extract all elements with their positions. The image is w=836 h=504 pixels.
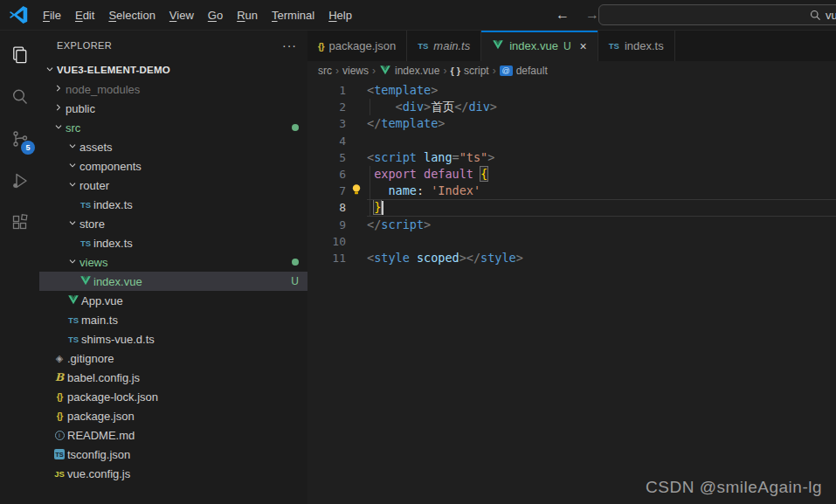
scm-badge: 5 (21, 141, 35, 155)
line-content: <script lang="ts"> (367, 149, 494, 166)
braces-icon: { } (450, 66, 460, 76)
vscode-logo-icon (8, 4, 29, 25)
line-number: 10 (307, 233, 346, 250)
menu-run[interactable]: Run (230, 5, 265, 25)
command-center-search[interactable]: vue (598, 4, 836, 25)
menu-edit[interactable]: Edit (68, 5, 101, 25)
code-editor[interactable]: 1<template>2 <div>首页</div>3</template>45… (307, 80, 836, 504)
tree-folder-assets[interactable]: assets (39, 137, 307, 156)
breadcrumb: src›views›index.vue›{ }script›@default (307, 61, 836, 80)
tree-file-package.json[interactable]: {}package.json (39, 406, 307, 425)
info-icon: i (55, 431, 65, 440)
gutter-decoration (346, 250, 367, 266)
source-control-icon[interactable]: 5 (0, 118, 39, 160)
json-icon: {} (57, 391, 63, 402)
tab-index.ts[interactable]: TSindex.ts (598, 31, 675, 61)
tree-file-readme.md[interactable]: iREADME.md (39, 425, 307, 445)
line-number: 11 (307, 250, 346, 266)
menu-go[interactable]: Go (201, 5, 230, 25)
code-line-10[interactable]: 10 (307, 233, 836, 250)
tree-folder-store[interactable]: store (39, 214, 307, 233)
breadcrumb-item-index.vue[interactable]: index.vue (379, 64, 439, 79)
line-content: <template> (367, 82, 438, 99)
breadcrumb-item-views[interactable]: views (342, 65, 369, 77)
menu-file[interactable]: File (36, 5, 68, 25)
code-line-5[interactable]: 5<script lang="ts"> (307, 149, 836, 166)
tree-folder-src[interactable]: src (39, 118, 307, 137)
menu-terminal[interactable]: Terminal (265, 5, 321, 25)
lightbulb-icon[interactable] (351, 183, 362, 199)
code-line-6[interactable]: 6 export default { (307, 166, 836, 183)
more-actions-icon[interactable]: ··· (282, 38, 297, 52)
tree-folder-router[interactable]: router (39, 176, 307, 195)
tree-file-package-lock.json[interactable]: {}package-lock.json (39, 387, 307, 406)
search-icon[interactable] (0, 76, 39, 118)
root-folder-label: VUE3-ELEMENT-DEMO (57, 65, 170, 75)
code-line-9[interactable]: 9</script> (307, 217, 836, 233)
back-arrow-icon[interactable]: ← (556, 7, 570, 23)
tree-file-app.vue[interactable]: App.vue (39, 291, 307, 310)
breadcrumb-label: src (318, 65, 332, 77)
run-debug-icon[interactable] (0, 160, 39, 202)
tree-folder-public[interactable]: public (39, 99, 307, 118)
code-line-3[interactable]: 3</template> (307, 115, 836, 132)
sidebar-title: EXPLORER (57, 40, 112, 51)
line-number: 2 (307, 99, 346, 115)
tree-root-folder[interactable]: VUE3-ELEMENT-DEMO (39, 60, 307, 79)
tree-file-index.ts[interactable]: TSindex.ts (39, 195, 307, 214)
code-line-11[interactable]: 11<style scoped></style> (307, 250, 836, 266)
code-line-1[interactable]: 1<template> (307, 82, 836, 99)
item-label: index.ts (93, 198, 133, 211)
tree-file-babel.config.js[interactable]: Bbabel.config.js (39, 368, 307, 387)
sidebar-header: EXPLORER ··· (39, 31, 307, 60)
search-text: vue (826, 9, 836, 22)
chevron-right-icon (52, 101, 65, 116)
tree-file-shims-vue.d.ts[interactable]: TSshims-vue.d.ts (39, 329, 307, 349)
code-line-7[interactable]: 7 name: 'Index' (307, 183, 836, 199)
explorer-icon[interactable] (0, 34, 39, 76)
tab-index.vue[interactable]: index.vueU× (481, 31, 598, 61)
line-number: 5 (307, 149, 346, 166)
breadcrumb-label: script (464, 65, 489, 77)
chevron-down-icon (66, 140, 79, 155)
tab-package.json[interactable]: {}package.json (307, 31, 407, 61)
code-line-8[interactable]: 8 } (307, 199, 836, 216)
vue-icon (379, 64, 391, 79)
tree-folder-node-modules[interactable]: node_modules (39, 79, 307, 99)
explorer-sidebar: EXPLORER ··· VUE3-ELEMENT-DEMOnode_modul… (39, 31, 307, 504)
line-number: 9 (307, 217, 346, 233)
tree-file-index.ts[interactable]: TSindex.ts (39, 233, 307, 252)
gutter-decoration (346, 217, 367, 233)
tab-bar: {}package.jsonTSmain.tsindex.vueU×TSinde… (307, 31, 836, 61)
breadcrumb-item-default[interactable]: @default (500, 65, 548, 77)
breadcrumb-item-script[interactable]: { }script (450, 65, 488, 77)
item-label: package.json (67, 410, 135, 423)
breadcrumb-label: default (516, 65, 548, 77)
vscode-window: FileEditSelectionViewGoRunTerminalHelp ←… (0, 0, 836, 504)
tree-file-main.ts[interactable]: TSmain.ts (39, 310, 307, 329)
gutter-decoration (346, 199, 367, 216)
item-label: App.vue (81, 294, 123, 307)
extensions-icon[interactable] (0, 202, 39, 244)
menu-view[interactable]: View (162, 5, 201, 25)
menu-selection[interactable]: Selection (101, 5, 162, 25)
tree-file-tsconfig.json[interactable]: TStsconfig.json (39, 445, 307, 464)
close-icon[interactable]: × (580, 39, 587, 53)
typescript-icon: TS (609, 41, 619, 51)
forward-arrow-icon[interactable]: → (585, 7, 599, 23)
babel-icon: B (55, 371, 64, 383)
tree-folder-components[interactable]: components (39, 156, 307, 176)
breadcrumb-item-src[interactable]: src (318, 65, 332, 77)
tree-file-.gitignore[interactable]: ◈.gitignore (39, 349, 307, 368)
item-label: src (66, 121, 80, 135)
line-number: 7 (307, 183, 346, 199)
tree-file-index.vue[interactable]: index.vueU (39, 272, 307, 291)
tab-label: main.ts (433, 39, 470, 52)
code-line-2[interactable]: 2 <div>首页</div> (307, 99, 836, 115)
tree-folder-views[interactable]: views (39, 252, 307, 272)
tab-main.ts[interactable]: TSmain.ts (407, 31, 481, 61)
breadcrumb-separator-icon: › (493, 65, 496, 77)
tree-file-vue.config.js[interactable]: JSvue.config.js (39, 464, 307, 483)
menu-help[interactable]: Help (321, 5, 359, 25)
code-line-4[interactable]: 4 (307, 133, 836, 149)
